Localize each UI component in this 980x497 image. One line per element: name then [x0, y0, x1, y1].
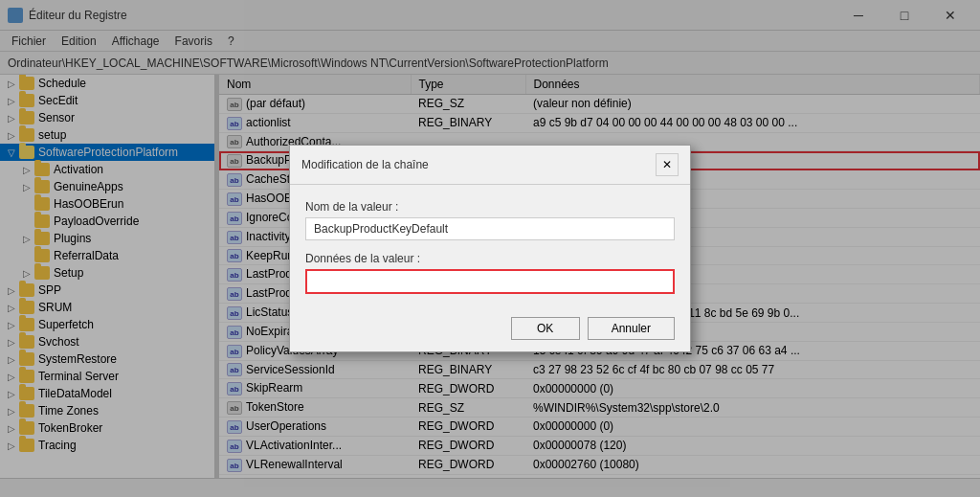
- modal-buttons: OK Annuler: [290, 309, 690, 351]
- modal-close-button[interactable]: ✕: [656, 153, 679, 176]
- modal-data-label: Données de la valeur :: [305, 252, 675, 265]
- modal-dialog: Modification de la chaîne ✕ Nom de la va…: [289, 145, 691, 352]
- modal-title-bar: Modification de la chaîne ✕: [290, 146, 690, 185]
- modal-body: Nom de la valeur : BackupProductKeyDefau…: [290, 185, 690, 309]
- modal-data-input[interactable]: [305, 269, 675, 294]
- modal-name-value: BackupProductKeyDefault: [305, 217, 675, 240]
- modal-cancel-button[interactable]: Annuler: [588, 317, 675, 340]
- modal-name-label: Nom de la valeur :: [305, 200, 675, 214]
- modal-overlay: Modification de la chaîne ✕ Nom de la va…: [0, 0, 980, 497]
- modal-ok-button[interactable]: OK: [511, 317, 580, 340]
- modal-title: Modification de la chaîne: [301, 158, 429, 171]
